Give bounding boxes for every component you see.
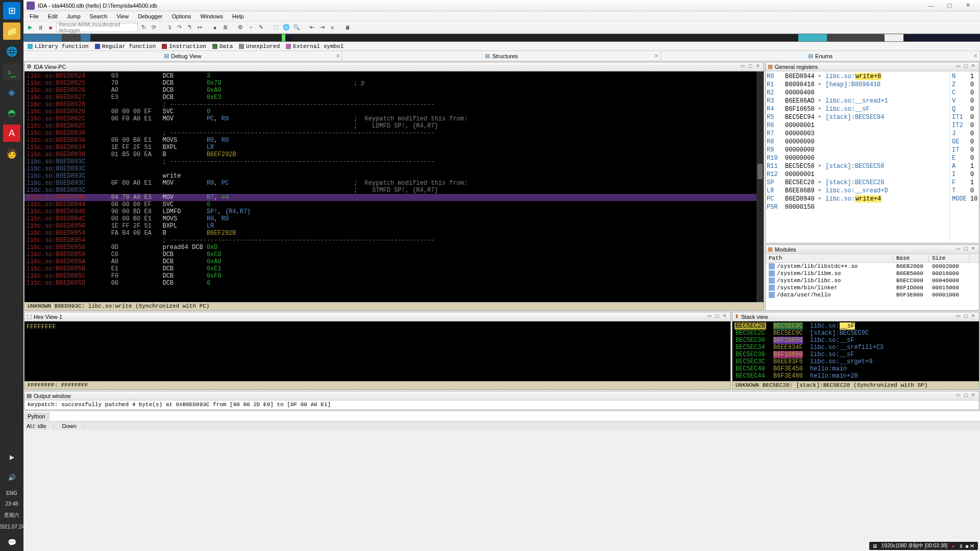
register-row[interactable]: SP BEC5EC28 ➤ [stack]:BEC5EC28	[767, 179, 949, 187]
disasm-line[interactable]: libc.so:B6ED8930 00 00 B0 E1 MOVS R0, R0	[24, 137, 764, 144]
script-button[interactable]: ✎	[256, 23, 265, 32]
disasm-line[interactable]: libc.so:B6ED8948 90 00 BD E8 LDMFD SP!, …	[24, 208, 764, 215]
command-input[interactable]	[50, 412, 980, 420]
panel-minimize-button[interactable]: ▭	[706, 313, 713, 320]
disasm-line[interactable]: libc.so:B6ED8958 0D pread64 DCB 0xD	[24, 244, 764, 251]
screen-recorder-bar[interactable]: 🖥980x551 录制中 [00:03:38]●⏸ ■ ✕	[869, 542, 978, 550]
disasm-line[interactable]: libc.so:B6ED8950 1E FF 2F 51 BXPL LR	[24, 222, 764, 230]
stop-button[interactable]: ■	[46, 23, 55, 32]
stack-row[interactable]: BEC5EC34 B6EE834F libc.so:__srefill+C3	[734, 344, 977, 351]
lang-indicator[interactable]: ENG	[6, 489, 17, 497]
module-row[interactable]: /system/lib/libc.soB6ECC00000046000	[766, 277, 979, 284]
register-row[interactable]: R3 B6EE86AD ➤ libc.so:__sread+1	[767, 97, 949, 105]
flag-row[interactable]: T 0	[952, 187, 978, 195]
menu-jump[interactable]: Jump	[63, 12, 85, 20]
panel-restore-button[interactable]: ▢	[747, 63, 754, 70]
scrollbar[interactable]	[756, 71, 764, 302]
disasm-line[interactable]: libc.so:B6ED895B E1 DCB 0xE1	[24, 265, 764, 272]
disasm-line[interactable]: libc.so:B6ED8959 C0 DCB 0xC0	[24, 251, 764, 258]
close-icon[interactable]: ✕	[973, 53, 977, 59]
flag-row[interactable]: IT2 0	[952, 121, 978, 130]
image-icon[interactable]: 🧑	[3, 145, 20, 162]
disasm-line[interactable]: libc.so:B6ED895A A0 DCB 0xA0	[24, 258, 764, 265]
stack-row[interactable]: BEC5EC30 B6F10650 libc.so:__sF	[734, 337, 977, 344]
flag-row[interactable]: IT1 0	[952, 113, 978, 121]
calc-button[interactable]: 🖩	[343, 23, 352, 32]
disasm-line[interactable]: libc.so:B6ED8940 04 70 A0 E3 MOV R7, #4	[24, 194, 764, 201]
step-out-button[interactable]: ↰	[185, 23, 194, 32]
register-row[interactable]: R8 00000000	[767, 138, 949, 146]
disasm-line[interactable]: libc.so:B6ED8938 01 B5 00 EA B B6EF292B	[24, 151, 764, 158]
disasm-line[interactable]: libc.so:B6ED894C 00 00 B0 E1 MOVS R0, R0	[24, 215, 764, 222]
flag-row[interactable]: N 1	[952, 72, 978, 81]
disasm-line[interactable]: libc.so:B6ED8944 00 00 00 EF SVC 0	[24, 201, 764, 208]
run-button[interactable]: ▶	[26, 23, 35, 32]
indent-right-button[interactable]: ⇥	[317, 23, 327, 32]
module-row[interactable]: /data/user/helloB6F3E00000001000	[766, 291, 979, 298]
flag-row[interactable]: J 0	[952, 130, 978, 138]
panel-restore-button[interactable]: ▢	[962, 246, 969, 253]
flag-row[interactable]: I 0	[952, 170, 978, 179]
step-into-button[interactable]: ↴	[164, 23, 174, 32]
format-button[interactable]: ≡	[328, 23, 337, 32]
col-header[interactable]: Size	[929, 254, 970, 262]
disasm-line[interactable]: libc.so:B6ED8928 ; ---------------------…	[24, 101, 764, 108]
disasm-line[interactable]: libc.so:B6ED892C 00 F0 A0 E1 MOV PC, R0 …	[24, 115, 764, 122]
menu-file[interactable]: File	[26, 12, 43, 20]
tab[interactable]: ▤Debug View✕	[23, 51, 342, 61]
panel-close-button[interactable]: ✕	[970, 313, 977, 320]
debugger-selector[interactable]: Remote ARMLinux/Android debugger	[56, 23, 138, 32]
volume-icon[interactable]: 🔊	[3, 469, 20, 486]
disasm-line[interactable]: libc.so:B6ED893C write	[24, 172, 764, 180]
menu-search[interactable]: Search	[86, 12, 112, 20]
register-row[interactable]: PC B6ED8940 ➤ libc.so:write+4	[767, 195, 949, 203]
disasm-line[interactable]: libc.so:B6ED8927 E3 DCB 0xE3	[24, 94, 764, 101]
register-row[interactable]: R5 BEC5EC94 ➤ [stack]:BEC5EC94	[767, 113, 949, 121]
disassembly-view[interactable]: libc.so:B6ED8924 03 DCB 3libc.so:B6ED892…	[24, 71, 764, 302]
disasm-line[interactable]: libc.so:B6ED893C ; STMFD SP!, {R4,R7}	[24, 187, 764, 194]
flag-row[interactable]: V 0	[952, 97, 978, 105]
disasm-line[interactable]: libc.so:B6ED893C ; ---------------------…	[24, 158, 764, 165]
wechat-icon[interactable]: ◓	[3, 104, 20, 121]
register-row[interactable]: R1 B8098418 ➤ [heap]:B8098418	[767, 81, 949, 89]
register-row[interactable]: R6 00000001	[767, 121, 949, 130]
panel-restore-button[interactable]: ▢	[714, 313, 721, 320]
cmd-lang-label[interactable]: Python	[23, 412, 50, 420]
flag-row[interactable]: IT 0	[952, 146, 978, 154]
refresh-button[interactable]: ↻	[139, 23, 148, 32]
register-row[interactable]: R0 B6ED8944 ➤ libc.so:write+8	[767, 72, 949, 81]
vscode-icon[interactable]: ◈	[3, 84, 20, 101]
menu-debugger[interactable]: Debugger	[134, 12, 166, 20]
close-icon[interactable]: ✕	[654, 53, 658, 59]
panel-restore-button[interactable]: ▢	[962, 313, 969, 320]
stack-row[interactable]: BEC5EC3C B6EE83F5 libc.so:__srget+9	[734, 358, 977, 365]
modules-list[interactable]: PathBaseSize/system/lib/libstdc++.soB6EB…	[766, 254, 979, 310]
minimize-button[interactable]: —	[922, 1, 940, 11]
stack-row[interactable]: BEC5EC2C BEC5EC9C [stack]:BEC5EC9C	[734, 330, 977, 337]
disasm-line[interactable]: libc.so:B6ED8928 00 00 00 EF SVC 0	[24, 108, 764, 115]
panel-restore-button[interactable]: ▢	[962, 63, 969, 70]
panel-close-button[interactable]: ✕	[970, 246, 977, 253]
flag-row[interactable]: Z 0	[952, 81, 978, 89]
start-icon[interactable]: ⊞	[3, 2, 20, 19]
disasm-line[interactable]: libc.so:B6ED893C	[24, 165, 764, 172]
output-body[interactable]: Keypatch: successfully patched 4 byte(s)…	[24, 400, 979, 410]
panel-minimize-button[interactable]: ▭	[954, 392, 962, 399]
panel-close-button[interactable]: ✕	[754, 63, 762, 70]
add-button[interactable]: ＋	[246, 23, 255, 32]
disasm-line[interactable]: libc.so:B6ED893C 0F 00 A0 E1 MOV R0, PC …	[24, 180, 764, 187]
clock-time[interactable]: 23:48	[5, 500, 18, 508]
step-over-button[interactable]: ↷	[175, 23, 184, 32]
panel-restore-button[interactable]: ▢	[962, 392, 969, 399]
stackview-body[interactable]: BEC5EC28 BEC5EC9C libc.so:__sFBEC5EC2C B…	[732, 321, 979, 381]
panel-close-button[interactable]: ✕	[970, 63, 977, 70]
disasm-line[interactable]: libc.so:B6ED895D 00 DCB 0	[24, 280, 764, 287]
col-header[interactable]: Base	[893, 254, 929, 262]
disasm-line[interactable]: libc.so:B6ED8926 A0 DCB 0xA0	[24, 87, 764, 94]
stack-row[interactable]: BEC5EC44 B6F3E480 hello:main+28	[734, 372, 977, 380]
find-button[interactable]: 🔍	[292, 23, 301, 32]
disasm-line[interactable]: libc.so:B6ED892C ; LDMFD SP!, {R4,R7}	[24, 122, 764, 130]
tab[interactable]: ▤Enums✕	[661, 51, 980, 61]
indent-left-button[interactable]: ⇤	[307, 23, 316, 32]
register-row[interactable]: R7 00000003	[767, 130, 949, 138]
